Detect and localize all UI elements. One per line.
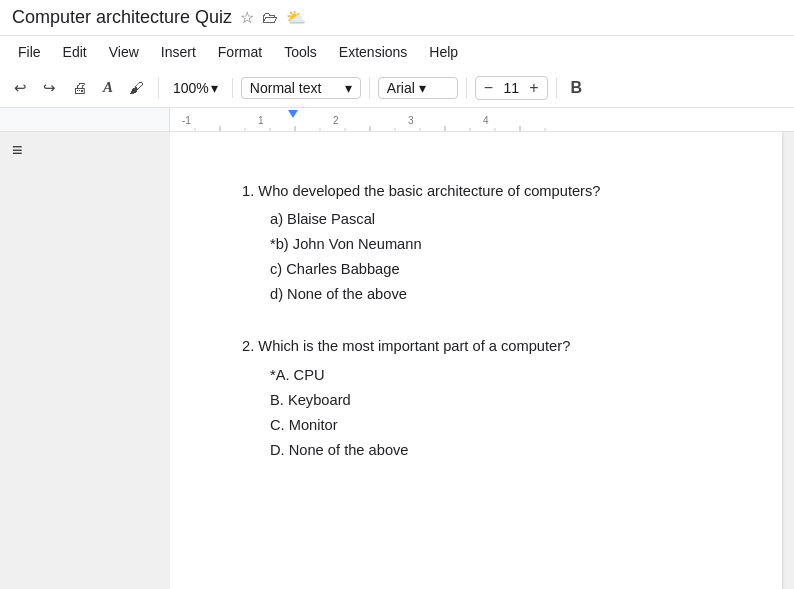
svg-text:1: 1 (258, 115, 264, 126)
question-2-option-a: *A. CPU (242, 363, 710, 388)
toolbar-divider-4 (466, 78, 467, 98)
ruler-side (0, 108, 170, 131)
font-size-box: − 11 + (475, 76, 548, 100)
font-size-increase-button[interactable]: + (525, 79, 542, 97)
paint-format-button[interactable]: 🖌 (123, 75, 150, 100)
document-page: 1. Who developed the basic architecture … (170, 132, 782, 589)
document-area[interactable]: 1. Who developed the basic architecture … (170, 132, 794, 589)
question-2-block: 2. Which is the most important part of a… (242, 335, 710, 462)
title-bar: Computer architecture Quiz ☆ 🗁 ⛅ (0, 0, 794, 36)
menu-edit[interactable]: Edit (53, 40, 97, 64)
main-area: ≡ 1. Who developed the basic architectur… (0, 132, 794, 589)
style-selector[interactable]: Normal text ▾ (241, 77, 361, 99)
menu-insert[interactable]: Insert (151, 40, 206, 64)
question-2-option-d: D. None of the above (242, 438, 710, 463)
toolbar-divider-1 (158, 78, 159, 98)
undo-button[interactable]: ↩ (8, 75, 33, 101)
question-2-option-b: B. Keyboard (242, 388, 710, 413)
font-size-decrease-button[interactable]: − (480, 79, 497, 97)
menu-bar: File Edit View Insert Format Tools Exten… (0, 36, 794, 68)
star-icon[interactable]: ☆ (240, 8, 254, 27)
toolbar-divider-2 (232, 78, 233, 98)
toolbar: ↩ ↪ 🖨 A 🖌 100% ▾ Normal text ▾ Arial ▾ −… (0, 68, 794, 108)
menu-file[interactable]: File (8, 40, 51, 64)
zoom-value: 100% (173, 80, 209, 96)
sidebar: ≡ (0, 132, 170, 589)
bold-button[interactable]: B (565, 75, 589, 101)
style-value: Normal text (250, 80, 322, 96)
folder-icon[interactable]: 🗁 (262, 9, 278, 27)
menu-help[interactable]: Help (419, 40, 468, 64)
svg-text:3: 3 (408, 115, 414, 126)
cloud-icon[interactable]: ⛅ (286, 8, 306, 27)
ruler-area: -1 1 2 3 4 (0, 108, 794, 132)
question-1-text: 1. Who developed the basic architecture … (242, 180, 710, 203)
svg-text:-1: -1 (182, 115, 191, 126)
font-size-value: 11 (497, 80, 525, 96)
question-1-block: 1. Who developed the basic architecture … (242, 180, 710, 307)
menu-extensions[interactable]: Extensions (329, 40, 417, 64)
question-1-option-c: c) Charles Babbage (242, 257, 710, 282)
question-1-option-d: d) None of the above (242, 282, 710, 307)
zoom-arrow-icon: ▾ (211, 80, 218, 96)
svg-text:2: 2 (333, 115, 339, 126)
document-content: 1. Who developed the basic architecture … (242, 180, 710, 462)
style-arrow-icon: ▾ (345, 80, 352, 96)
svg-text:4: 4 (483, 115, 489, 126)
ruler-marks: -1 1 2 3 4 (170, 108, 794, 131)
question-1-option-b: *b) John Von Neumann (242, 232, 710, 257)
document-title: Computer architecture Quiz (12, 7, 232, 28)
font-value: Arial (387, 80, 415, 96)
question-2-text: 2. Which is the most important part of a… (242, 335, 710, 358)
menu-tools[interactable]: Tools (274, 40, 327, 64)
font-arrow-icon: ▾ (419, 80, 426, 96)
question-1-option-a: a) Blaise Pascal (242, 207, 710, 232)
print-button[interactable]: 🖨 (66, 75, 93, 100)
menu-view[interactable]: View (99, 40, 149, 64)
font-selector[interactable]: Arial ▾ (378, 77, 458, 99)
ruler-content: -1 1 2 3 4 (170, 108, 794, 131)
sidebar-heading-marker: ≡ (8, 136, 27, 164)
spellcheck-button[interactable]: A (97, 75, 119, 100)
toolbar-divider-3 (369, 78, 370, 98)
question-2-option-c: C. Monitor (242, 413, 710, 438)
zoom-selector[interactable]: 100% ▾ (167, 78, 224, 98)
menu-format[interactable]: Format (208, 40, 272, 64)
redo-button[interactable]: ↪ (37, 75, 62, 101)
toolbar-divider-5 (556, 78, 557, 98)
